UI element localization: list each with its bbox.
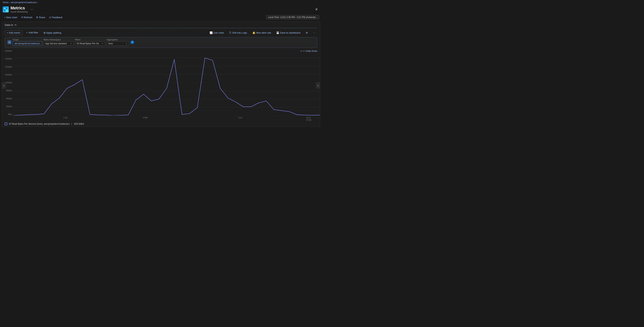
- save-dashboard-button[interactable]: 💾 Save to dashboard: [274, 30, 302, 35]
- chart-more-button[interactable]: ···: [311, 30, 317, 35]
- y-label-40: 40kB/s: [3, 98, 12, 100]
- breadcrumb: Home › airccjmsprdcnm1webcac1 ›: [3, 1, 38, 4]
- scope-label: Scope: [13, 38, 42, 41]
- metric-value: IO Read Bytes Per Se: [77, 42, 99, 45]
- aggregation-value: Sum: [108, 42, 113, 45]
- namespace-label: Metric Namespace: [44, 38, 74, 41]
- y-label-140: 140kB/s: [3, 58, 12, 60]
- refresh-button[interactable]: ↺ Refresh: [20, 15, 34, 20]
- feedback-button[interactable]: ⊙ Feedback: [48, 15, 64, 20]
- svg-rect-1: [6, 8, 7, 9]
- metric-cell: Metric IO Read Bytes Per Se ∨: [75, 38, 105, 46]
- drill-logs-button[interactable]: 🗒 Drill into Logs: [227, 30, 249, 35]
- y-label-0: 0B/s: [3, 113, 12, 116]
- chart-header: Data In ✏: [2, 24, 320, 28]
- metric-selector-row: Scope airccjmsprdcnm1webcac1 Metric Name…: [5, 37, 317, 48]
- svg-rect-2: [4, 10, 6, 11]
- breadcrumb-home[interactable]: Home: [3, 1, 9, 4]
- scope-cell: Scope airccjmsprdcnm1webcac1: [13, 38, 42, 46]
- x-label-315: 3:15: [238, 116, 242, 119]
- chart-svg-container[interactable]: [13, 50, 320, 116]
- header-left: Metrics Azure Monitoring ···: [3, 6, 34, 13]
- share-button[interactable]: ⬆ Share: [34, 15, 47, 20]
- chart-nav-right[interactable]: ›: [316, 82, 320, 88]
- legend-pipe: |: [71, 122, 72, 125]
- header-more-button[interactable]: ···: [30, 7, 34, 12]
- confirm-metric-button[interactable]: ✓: [130, 40, 134, 44]
- main-toolbar: + New chart ↺ Refresh ⬆ Share ⊙ Feedback…: [0, 14, 322, 20]
- breadcrumb-sep1: ›: [10, 1, 10, 4]
- close-button[interactable]: ✕: [314, 7, 319, 12]
- x-label-utc: UTC-07:00: [306, 116, 315, 121]
- add-metric-button[interactable]: + Add metric: [5, 30, 22, 35]
- time-range-selector[interactable]: Local Time: 11/21 2:35 PM - 3:22 PM (Aut…: [266, 15, 319, 20]
- x-label-245: 2:45: [64, 116, 67, 119]
- app-icon: [3, 6, 9, 12]
- aggregation-cell: Aggregation Sum ∨: [106, 38, 129, 46]
- breadcrumb-bar: Home › airccjmsprdcnm1webcac1 ›: [0, 0, 322, 5]
- y-label-160: 160kB/s: [3, 50, 12, 52]
- chart-title: Data In: [5, 24, 13, 26]
- y-label-20: 20kB/s: [3, 105, 12, 108]
- legend-label: IO Read Bytes Per Second (Sum), airccjms…: [9, 122, 70, 125]
- metric-row-icon[interactable]: [8, 40, 11, 44]
- app-subtitle: Azure Monitoring: [10, 10, 28, 13]
- x-axis: 2:45 3 PM 3:15 UTC-07:00: [13, 116, 320, 121]
- title-group: Metrics Azure Monitoring: [10, 6, 28, 13]
- apply-splitting-button[interactable]: ⊞ Apply splitting: [42, 30, 63, 35]
- scope-value: airccjmsprdcnm1webcac1: [14, 42, 40, 45]
- x-label-3pm: 3 PM: [143, 116, 148, 119]
- breadcrumb-sep2: ›: [38, 1, 38, 4]
- chart-nav-left[interactable]: ‹: [2, 82, 6, 88]
- chart-toolbar-right: 📈 Line chart 🗒 Drill into Logs 🔔 New ale…: [208, 30, 317, 35]
- namespace-selector[interactable]: App Service standard ∨: [44, 41, 74, 46]
- metric-label: Metric: [75, 38, 105, 41]
- svg-rect-0: [4, 8, 6, 9]
- aggregation-label: Aggregation: [106, 38, 129, 41]
- new-alert-rule-button[interactable]: 🔔 New alert rule: [250, 30, 273, 35]
- add-filter-button[interactable]: ＋ Add filter: [24, 30, 40, 35]
- breadcrumb-resource[interactable]: airccjmsprdcnm1webcac1: [11, 1, 37, 4]
- chart-area: ↩ ↩ Undo Zoom 160kB/s 140kB/s 120kB/s 10…: [2, 50, 320, 121]
- svg-rect-3: [6, 10, 7, 11]
- y-label-60: 60kB/s: [3, 89, 12, 92]
- app-title: Metrics: [10, 6, 28, 10]
- time-range-container: Local Time: 11/21 2:35 PM - 3:22 PM (Aut…: [266, 15, 319, 20]
- y-label-100: 100kB/s: [3, 74, 12, 76]
- legend-area: IO Read Bytes Per Second (Sum), airccjms…: [2, 121, 320, 127]
- chart-container: Data In ✏ + Add metric ＋ Add filter ⊞ Ap…: [2, 22, 320, 127]
- edit-icon[interactable]: ✏: [15, 24, 17, 26]
- metric-selector[interactable]: IO Read Bytes Per Se ∨: [75, 41, 105, 46]
- line-chart-button[interactable]: 📈 Line chart: [208, 30, 226, 35]
- namespace-value: App Service standard: [45, 42, 67, 45]
- chart-toolbar: + Add metric ＋ Add filter ⊞ Apply splitt…: [2, 28, 320, 37]
- new-chart-button[interactable]: + New chart: [3, 15, 19, 20]
- aggregation-selector[interactable]: Sum ∨: [106, 41, 129, 46]
- legend-swatch: [5, 122, 7, 125]
- namespace-cell: Metric Namespace App Service standard ∨: [44, 38, 74, 46]
- scope-selector[interactable]: airccjmsprdcnm1webcac1: [13, 41, 42, 46]
- legend-value: 829.2kB/s: [74, 122, 84, 125]
- header-section: Metrics Azure Monitoring ··· ✕: [0, 5, 322, 14]
- chart-settings-button[interactable]: ⚙: [304, 30, 310, 35]
- y-label-120: 120kB/s: [3, 66, 12, 68]
